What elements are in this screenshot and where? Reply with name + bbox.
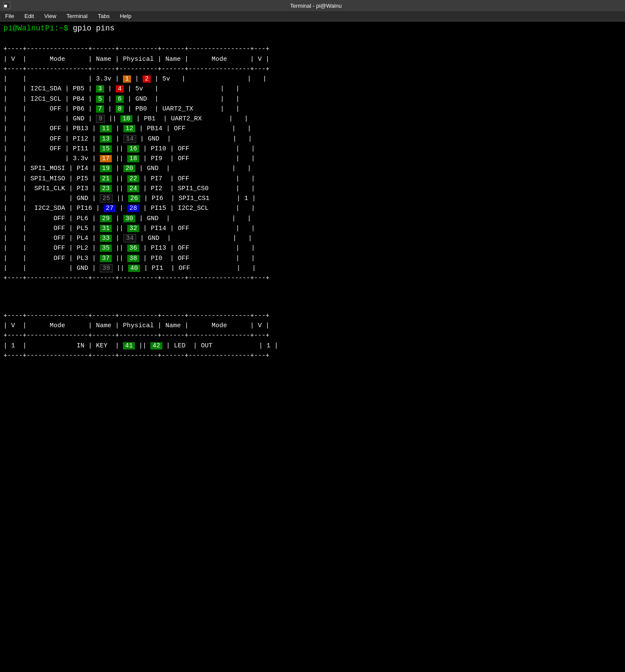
menu-edit[interactable]: Edit bbox=[19, 12, 39, 20]
row-9: | | | 3.3v | 17 || 18 | PI9 | OFF | | bbox=[3, 155, 255, 162]
row-13: | | | GND | 25 || 26 | PI6 | SPI1_CS1 | … bbox=[3, 194, 256, 203]
prompt-cmd: gpio pins bbox=[68, 24, 114, 33]
window-title: Terminal - pi@Walnu bbox=[290, 3, 341, 9]
row-16: | | OFF | PL5 | 31 || 32 | PI14 | OFF | … bbox=[3, 225, 255, 232]
table2-header: | V | Mode | Name | Physical | Name | Mo… bbox=[3, 322, 269, 329]
row-14: | | I2C2_SDA | PI16 | 27 | 28 | PI15 | I… bbox=[3, 205, 255, 212]
table2-top-sep: +----+----------------+------+----------… bbox=[3, 312, 269, 320]
menu-tabs[interactable]: Tabs bbox=[93, 12, 114, 20]
menu-view[interactable]: View bbox=[39, 12, 61, 20]
row-10: | | SPI1_MOSI | PI4 | 19 | 20 | GND | | … bbox=[3, 165, 251, 172]
row-2: | | I2C1_SDA | PB5 | 3 | 4 | 5v | | | bbox=[3, 85, 239, 93]
menu-file[interactable]: File bbox=[0, 12, 19, 20]
menu-terminal[interactable]: Terminal bbox=[61, 12, 93, 20]
row-18: | | OFF | PL2 | 35 || 36 | PI13 | OFF | … bbox=[3, 245, 255, 252]
prompt-user: pi@WalnutPi:~$ bbox=[3, 24, 68, 33]
table1-bot-sep: +----+----------------+------+----------… bbox=[3, 275, 269, 282]
menu-bar: File Edit View Terminal Tabs Help bbox=[0, 11, 625, 21]
table1-header: | V | Mode | Name | Physical | Name | Mo… bbox=[3, 56, 269, 63]
row-4: | | OFF | PB6 | 7 | 8 | PB0 | UART2_TX |… bbox=[3, 105, 239, 113]
row-1: | | | 3.3v | 1 | 2 | 5v | | | bbox=[3, 75, 266, 83]
terminal-icon: ■ bbox=[3, 2, 10, 9]
row-11: | | SPI1_MISO | PI5 | 21 || 22 | PI7 | O… bbox=[3, 175, 255, 182]
prompt-line: pi@WalnutPi:~$ gpio pins bbox=[3, 24, 622, 33]
row-3: | | I2C1_SCL | PB4 | 5 | 6 | GND | | | bbox=[3, 96, 239, 103]
title-bar: ■ Terminal - pi@Walnu bbox=[0, 0, 625, 11]
row-7: | | OFF | PI12 | 13 | 14 | GND | | | bbox=[3, 135, 252, 143]
table1-top-sep: +----+----------------+------+----------… bbox=[3, 45, 269, 53]
row-12: | | SPI1_CLK | PI3 | 23 || 24 | PI2 | SP… bbox=[3, 185, 255, 192]
row-17: | | OFF | PL4 | 33 | 34 | GND | | | bbox=[3, 234, 252, 242]
row-20: | | | GND | 39 || 40 | PI1 | OFF | | bbox=[3, 264, 256, 272]
row-19: | | OFF | PL3 | 37 || 38 | PI0 | OFF | | bbox=[3, 255, 255, 262]
row-41-42: | 1 | IN | KEY | 41 || 42 | LED | OUT | … bbox=[3, 342, 278, 349]
row-6: | | OFF | PB13 | 11 | 12 | PB14 | OFF | … bbox=[3, 125, 251, 132]
row-5: | | | GND | 9 || 10 | PB1 | UART2_RX | | bbox=[3, 115, 248, 123]
menu-help[interactable]: Help bbox=[115, 12, 137, 20]
table2: +----+----------------+------+----------… bbox=[3, 301, 622, 371]
table2-bot-sep: +----+----------------+------+----------… bbox=[3, 352, 269, 359]
table1-header-sep: +----+----------------+------+----------… bbox=[3, 66, 269, 73]
title-bar-left: ■ bbox=[3, 2, 10, 9]
table1: +----+----------------+------+----------… bbox=[3, 34, 622, 293]
terminal-body: pi@WalnutPi:~$ gpio pins +----+---------… bbox=[0, 21, 625, 376]
row-8: | | OFF | PI11 | 15 || 16 | PI10 | OFF |… bbox=[3, 145, 255, 152]
row-15: | | OFF | PL6 | 29 | 30 | GND | | | bbox=[3, 215, 251, 222]
table2-header-sep: +----+----------------+------+----------… bbox=[3, 332, 269, 339]
